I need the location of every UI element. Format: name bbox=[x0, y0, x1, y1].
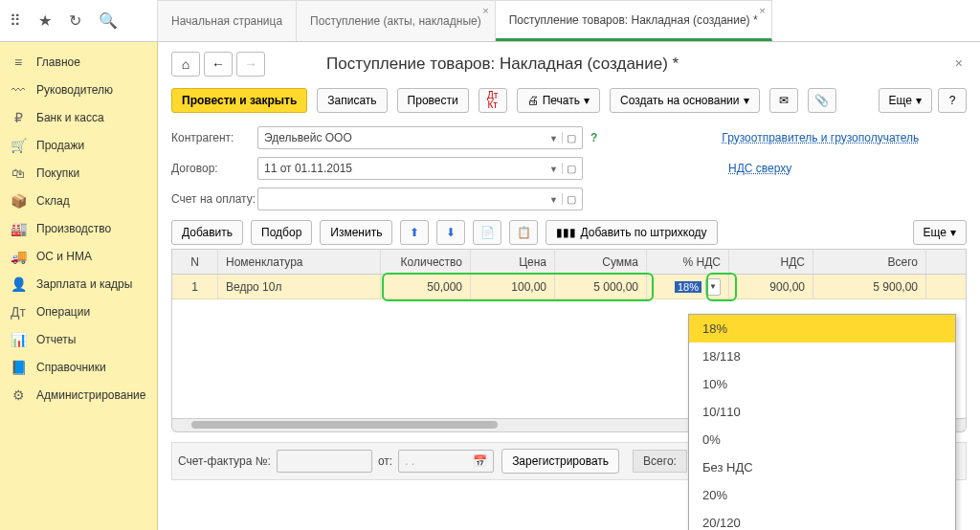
sidebar-item-bank[interactable]: ₽Банк и касса bbox=[0, 103, 157, 131]
dt-icon: Дт bbox=[10, 304, 27, 320]
mail-button[interactable]: ✉ bbox=[769, 88, 798, 113]
move-up-button[interactable]: ⬆ bbox=[400, 220, 429, 245]
sidebar-item-operations[interactable]: ДтОперации bbox=[0, 298, 157, 325]
tab-document[interactable]: Поступление товаров: Накладная (создание… bbox=[496, 0, 772, 41]
invoice-input[interactable]: ▼▢ bbox=[257, 188, 583, 210]
cell-price[interactable]: 100,00 bbox=[471, 275, 555, 298]
col-total[interactable]: Всего bbox=[813, 250, 926, 274]
sidebar-item-warehouse[interactable]: 📦Склад bbox=[0, 187, 157, 214]
sidebar-item-salary[interactable]: 👤Зарплата и кадры bbox=[0, 270, 157, 298]
col-nds[interactable]: % НДС bbox=[647, 250, 729, 274]
attach-button[interactable]: 📎 bbox=[808, 88, 836, 113]
sf-date-input[interactable]: . .📅 bbox=[398, 450, 494, 473]
write-button[interactable]: Записать bbox=[317, 88, 387, 113]
bars-icon: 📊 bbox=[10, 332, 27, 347]
cell-nds[interactable]: 18%▼ bbox=[647, 275, 729, 298]
cell-ndsval[interactable]: 900,00 bbox=[729, 275, 813, 298]
cell-nom[interactable]: Ведро 10л bbox=[218, 275, 381, 298]
dropdown-item[interactable]: Без НДС bbox=[689, 453, 955, 481]
search-icon[interactable]: 🔍 bbox=[99, 11, 118, 30]
contract-input[interactable]: 11 от 01.11.2015▼▢ bbox=[257, 157, 583, 180]
print-button[interactable]: 🖨 Печать ▾ bbox=[517, 88, 600, 113]
book-icon: 📘 bbox=[10, 360, 27, 375]
register-button[interactable]: Зарегистрировать bbox=[501, 449, 619, 474]
cell-n[interactable]: 1 bbox=[172, 275, 218, 298]
dropdown-item[interactable]: 10/110 bbox=[689, 398, 955, 426]
apps-icon[interactable]: ⠿ bbox=[10, 11, 21, 30]
sf-number-input[interactable] bbox=[277, 450, 372, 473]
tabs: Начальная страница Поступление (акты, на… bbox=[158, 0, 980, 41]
dropdown-item[interactable]: 18/118 bbox=[689, 342, 955, 370]
sidebar-item-admin[interactable]: ⚙Администрирование bbox=[0, 381, 157, 409]
col-price[interactable]: Цена bbox=[471, 250, 555, 274]
home-button[interactable]: ⌂ bbox=[171, 52, 200, 77]
sidebar-item-sales[interactable]: 🛒Продажи bbox=[0, 131, 157, 159]
move-down-button[interactable]: ⬇ bbox=[436, 220, 465, 245]
close-icon[interactable]: × bbox=[759, 5, 765, 16]
tab-home[interactable]: Начальная страница bbox=[158, 0, 297, 41]
add-button[interactable]: Добавить bbox=[171, 220, 243, 245]
close-document-icon[interactable]: × bbox=[955, 55, 963, 71]
history-icon[interactable]: ↻ bbox=[69, 11, 81, 30]
cell-qty[interactable]: 50,000 bbox=[381, 275, 471, 298]
cell-sum[interactable]: 5 000,00 bbox=[555, 275, 647, 298]
col-n[interactable]: N bbox=[172, 250, 218, 274]
sidebar-item-label: Склад bbox=[36, 194, 70, 208]
sidebar-item-label: Банк и касса bbox=[36, 111, 104, 124]
table-row[interactable]: 1 Ведро 10л 50,000 100,00 5 000,00 18%▼ … bbox=[172, 275, 966, 299]
scroll-thumb[interactable] bbox=[191, 421, 498, 429]
tab-receipts[interactable]: Поступление (акты, накладные)× bbox=[297, 0, 496, 41]
dropdown-item[interactable]: 20/120 bbox=[689, 509, 955, 530]
col-qty[interactable]: Количество bbox=[381, 250, 471, 274]
forward-button[interactable]: → bbox=[236, 52, 265, 77]
help-icon[interactable]: ? bbox=[590, 131, 597, 144]
col-sum[interactable]: Сумма bbox=[555, 250, 647, 274]
cell-total[interactable]: 5 900,00 bbox=[813, 275, 926, 298]
table-more-button[interactable]: Еще ▾ bbox=[913, 220, 967, 245]
edit-button[interactable]: Изменить bbox=[320, 220, 392, 245]
counterparty-label: Контрагент: bbox=[171, 131, 257, 144]
dropdown-item[interactable]: 18% bbox=[689, 315, 955, 342]
dropdown-item[interactable]: 0% bbox=[689, 426, 955, 453]
sidebar-item-purchases[interactable]: 🛍Покупки bbox=[0, 159, 157, 187]
dropdown-item[interactable]: 20% bbox=[689, 481, 955, 509]
copy-button[interactable]: 📄 bbox=[473, 220, 501, 245]
more-button[interactable]: Еще ▾ bbox=[879, 88, 932, 113]
sidebar-item-assets[interactable]: 🚚ОС и НМА bbox=[0, 242, 157, 270]
sidebar-item-production[interactable]: 🏭Производство bbox=[0, 214, 157, 242]
chart-icon: 〰 bbox=[10, 82, 27, 98]
post-button[interactable]: Провести bbox=[397, 88, 469, 113]
post-close-button[interactable]: Провести и закрыть bbox=[171, 88, 307, 113]
paste-button[interactable]: 📋 bbox=[509, 220, 538, 245]
total-label: Всего: bbox=[633, 450, 687, 473]
back-button[interactable]: ← bbox=[204, 52, 233, 77]
sidebar-item-reports[interactable]: 📊Отчеты bbox=[0, 325, 157, 353]
chevron-down-icon[interactable]: ▼ bbox=[705, 278, 721, 296]
counterparty-input[interactable]: Эдельвейс ООО▼▢ bbox=[257, 126, 583, 149]
factory-icon: 🏭 bbox=[10, 221, 27, 236]
sidebar-item-label: Покупки bbox=[36, 166, 79, 180]
topbar: ⠿ ★ ↻ 🔍 Начальная страница Поступление (… bbox=[0, 0, 980, 42]
dt-kt-button[interactable]: ДтКт bbox=[479, 88, 507, 113]
sidebar-item-main[interactable]: ≡Главное bbox=[0, 48, 157, 76]
sidebar-item-catalogs[interactable]: 📘Справочники bbox=[0, 353, 157, 381]
help-button[interactable]: ? bbox=[938, 88, 967, 113]
grid-header: N Номенклатура Количество Цена Сумма % Н… bbox=[172, 250, 966, 275]
dropdown-item[interactable]: 10% bbox=[689, 370, 955, 398]
shipper-link[interactable]: Грузоотправитель и грузополучатель bbox=[722, 131, 919, 144]
main-toolbar: Провести и закрыть Записать Провести ДтК… bbox=[171, 88, 967, 113]
star-icon[interactable]: ★ bbox=[38, 11, 52, 30]
close-icon[interactable]: × bbox=[482, 5, 488, 16]
sidebar-item-label: Администрирование bbox=[36, 388, 145, 402]
pick-button[interactable]: Подбор bbox=[251, 220, 312, 245]
create-based-button[interactable]: Создать на основании ▾ bbox=[610, 88, 760, 113]
invoice-label: Счет на оплату: bbox=[171, 192, 257, 206]
page-title: Поступление товаров: Накладная (создание… bbox=[326, 55, 679, 74]
sidebar-item-manager[interactable]: 〰Руководителю bbox=[0, 76, 157, 103]
col-ndsval[interactable]: НДС bbox=[729, 250, 813, 274]
sidebar-item-label: Главное bbox=[36, 55, 80, 69]
nds-link[interactable]: НДС сверху bbox=[728, 162, 791, 175]
barcode-button[interactable]: ▮▮▮ Добавить по штрихкоду bbox=[546, 220, 717, 245]
col-nom[interactable]: Номенклатура bbox=[218, 250, 381, 274]
menu-icon: ≡ bbox=[10, 55, 27, 70]
